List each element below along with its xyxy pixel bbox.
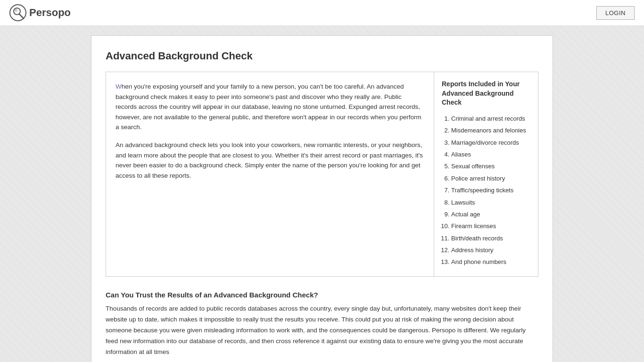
main-section: When you're exposing yourself and your f…	[106, 72, 538, 277]
report-list-item: Birth/death records	[451, 233, 530, 244]
logo-area: Persopo	[9, 4, 71, 21]
intro-paragraph-2: An advanced background check lets you lo…	[116, 140, 424, 181]
page-content: Advanced Background Check When you're ex…	[91, 35, 553, 362]
report-list-item: Aliases	[451, 149, 530, 160]
logo-icon	[9, 4, 26, 21]
right-panel-title: Reports Included in Your Advanced Backgr…	[442, 80, 530, 107]
trust-heading: Can You Trust the Results of an Advanced…	[106, 291, 538, 299]
left-panel: When you're exposing yourself and your f…	[106, 72, 434, 276]
trust-text: Thousands of records are added to public…	[106, 304, 538, 358]
report-list-item: Actual age	[451, 209, 530, 220]
page-title: Advanced Background Check	[106, 50, 538, 62]
intro-paragraph-1: When you're exposing yourself and your f…	[116, 82, 424, 132]
right-panel: Reports Included in Your Advanced Backgr…	[434, 72, 538, 276]
report-list-item: Lawsuits	[451, 197, 530, 208]
report-list-item: Sexual offenses	[451, 161, 530, 172]
report-list-item: Marriage/divorce records	[451, 137, 530, 148]
intro-text-1: hen you're exposing yourself and your fa…	[116, 83, 421, 131]
highlight-text: W	[116, 83, 122, 90]
reports-list: Criminal and arrest recordsMisdemeanors …	[442, 113, 530, 268]
report-list-item: Misdemeanors and felonies	[451, 125, 530, 136]
report-list-item: And phone numbers	[451, 256, 530, 267]
report-list-item: Traffic/speeding tickets	[451, 185, 530, 196]
report-list-item: Criminal and arrest records	[451, 113, 530, 124]
report-list-item: Firearm licenses	[451, 221, 530, 231]
logo-text: Persopo	[29, 7, 71, 19]
report-list-item: Address history	[451, 245, 530, 255]
login-button[interactable]: LOGIN	[596, 6, 635, 20]
report-list-item: Police arrest history	[451, 173, 530, 184]
svg-point-3	[15, 9, 17, 12]
site-header: Persopo LOGIN	[0, 0, 644, 26]
svg-line-2	[19, 14, 24, 18]
